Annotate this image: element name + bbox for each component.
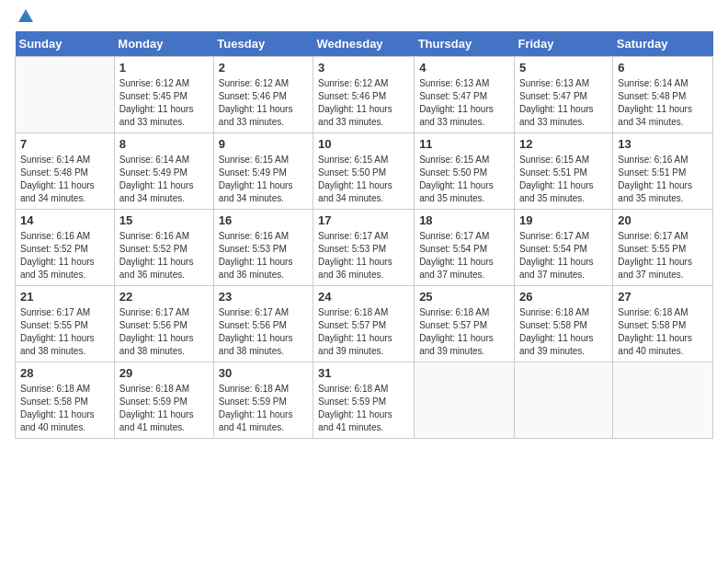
cell-content: Sunrise: 6:12 AM Sunset: 5:45 PM Dayligh…	[119, 77, 209, 129]
cell-content: Sunrise: 6:12 AM Sunset: 5:46 PM Dayligh…	[318, 77, 409, 129]
day-number: 6	[618, 61, 708, 75]
day-cell: 29Sunrise: 6:18 AM Sunset: 5:59 PM Dayli…	[114, 362, 213, 439]
cell-content: Sunrise: 6:18 AM Sunset: 5:59 PM Dayligh…	[318, 383, 409, 434]
day-cell: 26Sunrise: 6:18 AM Sunset: 5:58 PM Dayli…	[514, 286, 612, 362]
day-number: 4	[419, 61, 509, 75]
day-number: 7	[20, 137, 109, 151]
day-number: 9	[219, 137, 308, 151]
header-thursday: Thursday	[415, 31, 515, 57]
day-number: 23	[219, 290, 308, 304]
cell-content: Sunrise: 6:17 AM Sunset: 5:55 PM Dayligh…	[20, 306, 109, 358]
day-cell: 23Sunrise: 6:17 AM Sunset: 5:56 PM Dayli…	[213, 286, 313, 362]
day-number: 14	[20, 213, 109, 227]
calendar-table: SundayMondayTuesdayWednesdayThursdayFrid…	[15, 31, 713, 439]
day-cell: 8Sunrise: 6:14 AM Sunset: 5:49 PM Daylig…	[114, 133, 213, 210]
day-cell: 4Sunrise: 6:13 AM Sunset: 5:47 PM Daylig…	[415, 57, 515, 133]
day-cell: 9Sunrise: 6:15 AM Sunset: 5:49 PM Daylig…	[213, 133, 313, 210]
day-number: 31	[318, 366, 409, 380]
week-row-4: 21Sunrise: 6:17 AM Sunset: 5:55 PM Dayli…	[16, 286, 713, 362]
day-number: 22	[119, 290, 209, 304]
day-cell: 1Sunrise: 6:12 AM Sunset: 5:45 PM Daylig…	[114, 57, 213, 133]
day-cell: 5Sunrise: 6:13 AM Sunset: 5:47 PM Daylig…	[514, 57, 612, 133]
day-cell: 20Sunrise: 6:17 AM Sunset: 5:55 PM Dayli…	[613, 210, 713, 286]
day-cell: 15Sunrise: 6:16 AM Sunset: 5:52 PM Dayli…	[114, 210, 213, 286]
calendar-header-row: SundayMondayTuesdayWednesdayThursdayFrid…	[16, 31, 713, 57]
cell-content: Sunrise: 6:13 AM Sunset: 5:47 PM Dayligh…	[519, 77, 608, 129]
day-number: 8	[119, 137, 209, 151]
cell-content: Sunrise: 6:17 AM Sunset: 5:56 PM Dayligh…	[219, 306, 308, 358]
day-number: 30	[219, 366, 308, 380]
header-wednesday: Wednesday	[313, 31, 415, 57]
day-number: 3	[318, 61, 409, 75]
cell-content: Sunrise: 6:18 AM Sunset: 5:57 PM Dayligh…	[419, 306, 509, 358]
cell-content: Sunrise: 6:17 AM Sunset: 5:54 PM Dayligh…	[519, 230, 608, 282]
day-number: 5	[519, 61, 608, 75]
cell-content: Sunrise: 6:18 AM Sunset: 5:59 PM Dayligh…	[219, 383, 308, 434]
day-number: 10	[318, 137, 409, 151]
cell-content: Sunrise: 6:17 AM Sunset: 5:53 PM Dayligh…	[318, 230, 409, 282]
day-number: 1	[119, 61, 209, 75]
cell-content: Sunrise: 6:15 AM Sunset: 5:49 PM Dayligh…	[219, 154, 308, 205]
cell-content: Sunrise: 6:18 AM Sunset: 5:58 PM Dayligh…	[519, 306, 608, 358]
day-cell: 21Sunrise: 6:17 AM Sunset: 5:55 PM Dayli…	[16, 286, 115, 362]
cell-content: Sunrise: 6:14 AM Sunset: 5:49 PM Dayligh…	[119, 154, 209, 205]
day-number: 28	[20, 366, 109, 380]
day-cell: 17Sunrise: 6:17 AM Sunset: 5:53 PM Dayli…	[313, 210, 415, 286]
day-cell	[16, 57, 115, 133]
week-row-2: 7Sunrise: 6:14 AM Sunset: 5:48 PM Daylig…	[16, 133, 713, 210]
day-cell: 14Sunrise: 6:16 AM Sunset: 5:52 PM Dayli…	[16, 210, 115, 286]
cell-content: Sunrise: 6:15 AM Sunset: 5:50 PM Dayligh…	[318, 154, 409, 205]
day-cell: 24Sunrise: 6:18 AM Sunset: 5:57 PM Dayli…	[313, 286, 415, 362]
cell-content: Sunrise: 6:18 AM Sunset: 5:57 PM Dayligh…	[318, 306, 409, 358]
cell-content: Sunrise: 6:15 AM Sunset: 5:51 PM Dayligh…	[519, 154, 608, 205]
day-number: 12	[519, 137, 608, 151]
cell-content: Sunrise: 6:17 AM Sunset: 5:54 PM Dayligh…	[419, 230, 509, 282]
header-sunday: Sunday	[16, 31, 115, 57]
header-tuesday: Tuesday	[213, 31, 313, 57]
day-cell: 18Sunrise: 6:17 AM Sunset: 5:54 PM Dayli…	[415, 210, 515, 286]
week-row-1: 1Sunrise: 6:12 AM Sunset: 5:45 PM Daylig…	[16, 57, 713, 133]
day-cell: 11Sunrise: 6:15 AM Sunset: 5:50 PM Dayli…	[415, 133, 515, 210]
page-header	[15, 15, 713, 22]
svg-marker-0	[18, 9, 33, 22]
cell-content: Sunrise: 6:12 AM Sunset: 5:46 PM Dayligh…	[219, 77, 308, 129]
day-number: 19	[519, 213, 608, 227]
day-cell: 2Sunrise: 6:12 AM Sunset: 5:46 PM Daylig…	[213, 57, 313, 133]
week-row-5: 28Sunrise: 6:18 AM Sunset: 5:58 PM Dayli…	[16, 362, 713, 439]
day-cell: 16Sunrise: 6:16 AM Sunset: 5:53 PM Dayli…	[213, 210, 313, 286]
day-cell: 28Sunrise: 6:18 AM Sunset: 5:58 PM Dayli…	[16, 362, 115, 439]
cell-content: Sunrise: 6:16 AM Sunset: 5:51 PM Dayligh…	[618, 154, 708, 205]
cell-content: Sunrise: 6:15 AM Sunset: 5:50 PM Dayligh…	[419, 154, 509, 205]
cell-content: Sunrise: 6:17 AM Sunset: 5:56 PM Dayligh…	[119, 306, 209, 358]
header-monday: Monday	[114, 31, 213, 57]
day-cell: 19Sunrise: 6:17 AM Sunset: 5:54 PM Dayli…	[514, 210, 612, 286]
day-number: 18	[419, 213, 509, 227]
header-saturday: Saturday	[613, 31, 713, 57]
cell-content: Sunrise: 6:16 AM Sunset: 5:52 PM Dayligh…	[119, 230, 209, 282]
day-cell: 13Sunrise: 6:16 AM Sunset: 5:51 PM Dayli…	[613, 133, 713, 210]
day-number: 21	[20, 290, 109, 304]
day-number: 25	[419, 290, 509, 304]
cell-content: Sunrise: 6:18 AM Sunset: 5:59 PM Dayligh…	[119, 383, 209, 434]
header-friday: Friday	[514, 31, 612, 57]
day-number: 16	[219, 213, 308, 227]
day-number: 20	[618, 213, 708, 227]
logo-icon	[17, 7, 35, 26]
day-cell: 25Sunrise: 6:18 AM Sunset: 5:57 PM Dayli…	[415, 286, 515, 362]
day-cell: 31Sunrise: 6:18 AM Sunset: 5:59 PM Dayli…	[313, 362, 415, 439]
day-number: 27	[618, 290, 708, 304]
day-number: 15	[119, 213, 209, 227]
cell-content: Sunrise: 6:14 AM Sunset: 5:48 PM Dayligh…	[20, 154, 109, 205]
cell-content: Sunrise: 6:17 AM Sunset: 5:55 PM Dayligh…	[618, 230, 708, 282]
cell-content: Sunrise: 6:13 AM Sunset: 5:47 PM Dayligh…	[419, 77, 509, 129]
day-cell	[613, 362, 713, 439]
day-cell: 30Sunrise: 6:18 AM Sunset: 5:59 PM Dayli…	[213, 362, 313, 439]
day-cell: 7Sunrise: 6:14 AM Sunset: 5:48 PM Daylig…	[16, 133, 115, 210]
day-cell: 3Sunrise: 6:12 AM Sunset: 5:46 PM Daylig…	[313, 57, 415, 133]
day-cell: 22Sunrise: 6:17 AM Sunset: 5:56 PM Dayli…	[114, 286, 213, 362]
week-row-3: 14Sunrise: 6:16 AM Sunset: 5:52 PM Dayli…	[16, 210, 713, 286]
cell-content: Sunrise: 6:18 AM Sunset: 5:58 PM Dayligh…	[20, 383, 109, 434]
day-cell: 12Sunrise: 6:15 AM Sunset: 5:51 PM Dayli…	[514, 133, 612, 210]
day-number: 2	[219, 61, 308, 75]
day-number: 29	[119, 366, 209, 380]
